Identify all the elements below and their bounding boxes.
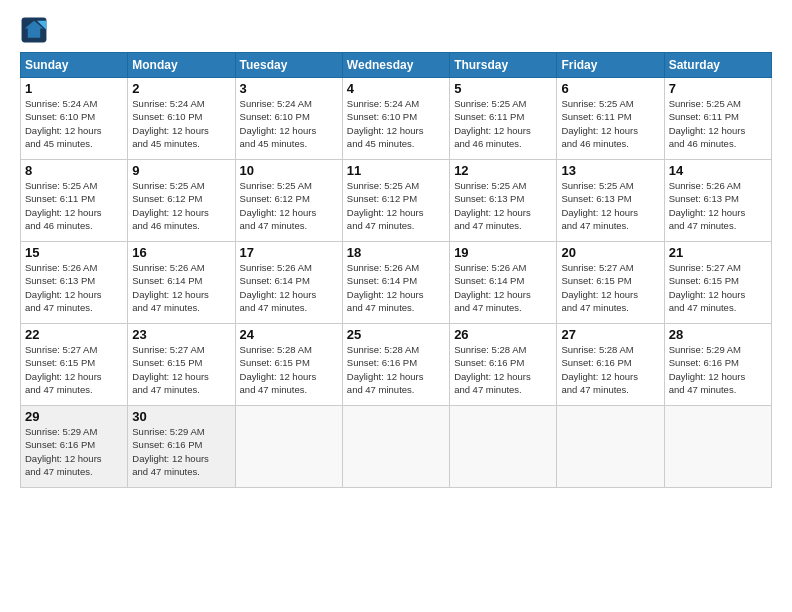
logo-icon bbox=[20, 16, 48, 44]
day-number: 15 bbox=[25, 245, 123, 260]
calendar-day-cell: 30Sunrise: 5:29 AM Sunset: 6:16 PM Dayli… bbox=[128, 406, 235, 488]
calendar-day-cell: 15Sunrise: 5:26 AM Sunset: 6:13 PM Dayli… bbox=[21, 242, 128, 324]
weekday-header-cell: Friday bbox=[557, 53, 664, 78]
day-number: 7 bbox=[669, 81, 767, 96]
day-number: 3 bbox=[240, 81, 338, 96]
calendar-day-cell: 4Sunrise: 5:24 AM Sunset: 6:10 PM Daylig… bbox=[342, 78, 449, 160]
calendar-week-row: 29Sunrise: 5:29 AM Sunset: 6:16 PM Dayli… bbox=[21, 406, 772, 488]
header bbox=[20, 16, 772, 44]
weekday-header: SundayMondayTuesdayWednesdayThursdayFrid… bbox=[21, 53, 772, 78]
day-number: 17 bbox=[240, 245, 338, 260]
calendar-day-cell: 16Sunrise: 5:26 AM Sunset: 6:14 PM Dayli… bbox=[128, 242, 235, 324]
calendar-day-cell: 27Sunrise: 5:28 AM Sunset: 6:16 PM Dayli… bbox=[557, 324, 664, 406]
day-number: 28 bbox=[669, 327, 767, 342]
calendar-day-cell bbox=[557, 406, 664, 488]
day-info: Sunrise: 5:24 AM Sunset: 6:10 PM Dayligh… bbox=[25, 97, 123, 150]
day-info: Sunrise: 5:25 AM Sunset: 6:12 PM Dayligh… bbox=[240, 179, 338, 232]
day-number: 23 bbox=[132, 327, 230, 342]
calendar-day-cell: 29Sunrise: 5:29 AM Sunset: 6:16 PM Dayli… bbox=[21, 406, 128, 488]
calendar-day-cell: 3Sunrise: 5:24 AM Sunset: 6:10 PM Daylig… bbox=[235, 78, 342, 160]
day-info: Sunrise: 5:29 AM Sunset: 6:16 PM Dayligh… bbox=[132, 425, 230, 478]
calendar-day-cell: 1Sunrise: 5:24 AM Sunset: 6:10 PM Daylig… bbox=[21, 78, 128, 160]
day-info: Sunrise: 5:28 AM Sunset: 6:15 PM Dayligh… bbox=[240, 343, 338, 396]
day-info: Sunrise: 5:27 AM Sunset: 6:15 PM Dayligh… bbox=[669, 261, 767, 314]
day-number: 1 bbox=[25, 81, 123, 96]
day-number: 9 bbox=[132, 163, 230, 178]
weekday-header-cell: Tuesday bbox=[235, 53, 342, 78]
calendar-day-cell bbox=[342, 406, 449, 488]
day-info: Sunrise: 5:28 AM Sunset: 6:16 PM Dayligh… bbox=[347, 343, 445, 396]
calendar-day-cell: 13Sunrise: 5:25 AM Sunset: 6:13 PM Dayli… bbox=[557, 160, 664, 242]
day-number: 29 bbox=[25, 409, 123, 424]
calendar-day-cell: 14Sunrise: 5:26 AM Sunset: 6:13 PM Dayli… bbox=[664, 160, 771, 242]
weekday-header-cell: Thursday bbox=[450, 53, 557, 78]
day-number: 19 bbox=[454, 245, 552, 260]
calendar-day-cell: 24Sunrise: 5:28 AM Sunset: 6:15 PM Dayli… bbox=[235, 324, 342, 406]
day-info: Sunrise: 5:26 AM Sunset: 6:13 PM Dayligh… bbox=[25, 261, 123, 314]
calendar-day-cell: 18Sunrise: 5:26 AM Sunset: 6:14 PM Dayli… bbox=[342, 242, 449, 324]
day-info: Sunrise: 5:25 AM Sunset: 6:12 PM Dayligh… bbox=[347, 179, 445, 232]
calendar-day-cell: 12Sunrise: 5:25 AM Sunset: 6:13 PM Dayli… bbox=[450, 160, 557, 242]
weekday-header-cell: Sunday bbox=[21, 53, 128, 78]
day-number: 16 bbox=[132, 245, 230, 260]
calendar-day-cell: 23Sunrise: 5:27 AM Sunset: 6:15 PM Dayli… bbox=[128, 324, 235, 406]
day-number: 11 bbox=[347, 163, 445, 178]
calendar-day-cell: 26Sunrise: 5:28 AM Sunset: 6:16 PM Dayli… bbox=[450, 324, 557, 406]
day-info: Sunrise: 5:24 AM Sunset: 6:10 PM Dayligh… bbox=[347, 97, 445, 150]
day-info: Sunrise: 5:25 AM Sunset: 6:11 PM Dayligh… bbox=[25, 179, 123, 232]
day-number: 26 bbox=[454, 327, 552, 342]
calendar-day-cell bbox=[664, 406, 771, 488]
calendar-day-cell: 5Sunrise: 5:25 AM Sunset: 6:11 PM Daylig… bbox=[450, 78, 557, 160]
calendar-body: 1Sunrise: 5:24 AM Sunset: 6:10 PM Daylig… bbox=[21, 78, 772, 488]
calendar-day-cell bbox=[450, 406, 557, 488]
day-number: 21 bbox=[669, 245, 767, 260]
day-info: Sunrise: 5:26 AM Sunset: 6:14 PM Dayligh… bbox=[347, 261, 445, 314]
calendar-day-cell bbox=[235, 406, 342, 488]
day-info: Sunrise: 5:25 AM Sunset: 6:11 PM Dayligh… bbox=[454, 97, 552, 150]
day-info: Sunrise: 5:26 AM Sunset: 6:14 PM Dayligh… bbox=[240, 261, 338, 314]
day-number: 22 bbox=[25, 327, 123, 342]
day-number: 5 bbox=[454, 81, 552, 96]
calendar-week-row: 15Sunrise: 5:26 AM Sunset: 6:13 PM Dayli… bbox=[21, 242, 772, 324]
day-number: 25 bbox=[347, 327, 445, 342]
calendar-day-cell: 9Sunrise: 5:25 AM Sunset: 6:12 PM Daylig… bbox=[128, 160, 235, 242]
day-number: 10 bbox=[240, 163, 338, 178]
calendar-week-row: 22Sunrise: 5:27 AM Sunset: 6:15 PM Dayli… bbox=[21, 324, 772, 406]
calendar-day-cell: 21Sunrise: 5:27 AM Sunset: 6:15 PM Dayli… bbox=[664, 242, 771, 324]
day-info: Sunrise: 5:25 AM Sunset: 6:13 PM Dayligh… bbox=[454, 179, 552, 232]
calendar-day-cell: 22Sunrise: 5:27 AM Sunset: 6:15 PM Dayli… bbox=[21, 324, 128, 406]
day-info: Sunrise: 5:25 AM Sunset: 6:12 PM Dayligh… bbox=[132, 179, 230, 232]
day-number: 14 bbox=[669, 163, 767, 178]
day-number: 4 bbox=[347, 81, 445, 96]
day-info: Sunrise: 5:26 AM Sunset: 6:14 PM Dayligh… bbox=[132, 261, 230, 314]
day-info: Sunrise: 5:28 AM Sunset: 6:16 PM Dayligh… bbox=[454, 343, 552, 396]
day-info: Sunrise: 5:27 AM Sunset: 6:15 PM Dayligh… bbox=[25, 343, 123, 396]
day-info: Sunrise: 5:29 AM Sunset: 6:16 PM Dayligh… bbox=[25, 425, 123, 478]
day-info: Sunrise: 5:26 AM Sunset: 6:14 PM Dayligh… bbox=[454, 261, 552, 314]
page: SundayMondayTuesdayWednesdayThursdayFrid… bbox=[0, 0, 792, 498]
day-number: 13 bbox=[561, 163, 659, 178]
calendar-week-row: 8Sunrise: 5:25 AM Sunset: 6:11 PM Daylig… bbox=[21, 160, 772, 242]
calendar: SundayMondayTuesdayWednesdayThursdayFrid… bbox=[20, 52, 772, 488]
calendar-day-cell: 28Sunrise: 5:29 AM Sunset: 6:16 PM Dayli… bbox=[664, 324, 771, 406]
calendar-week-row: 1Sunrise: 5:24 AM Sunset: 6:10 PM Daylig… bbox=[21, 78, 772, 160]
day-number: 24 bbox=[240, 327, 338, 342]
day-number: 12 bbox=[454, 163, 552, 178]
calendar-day-cell: 19Sunrise: 5:26 AM Sunset: 6:14 PM Dayli… bbox=[450, 242, 557, 324]
day-info: Sunrise: 5:29 AM Sunset: 6:16 PM Dayligh… bbox=[669, 343, 767, 396]
day-info: Sunrise: 5:25 AM Sunset: 6:11 PM Dayligh… bbox=[561, 97, 659, 150]
calendar-day-cell: 17Sunrise: 5:26 AM Sunset: 6:14 PM Dayli… bbox=[235, 242, 342, 324]
day-number: 6 bbox=[561, 81, 659, 96]
weekday-header-cell: Wednesday bbox=[342, 53, 449, 78]
day-info: Sunrise: 5:24 AM Sunset: 6:10 PM Dayligh… bbox=[132, 97, 230, 150]
day-info: Sunrise: 5:25 AM Sunset: 6:11 PM Dayligh… bbox=[669, 97, 767, 150]
day-info: Sunrise: 5:27 AM Sunset: 6:15 PM Dayligh… bbox=[561, 261, 659, 314]
day-info: Sunrise: 5:24 AM Sunset: 6:10 PM Dayligh… bbox=[240, 97, 338, 150]
calendar-day-cell: 11Sunrise: 5:25 AM Sunset: 6:12 PM Dayli… bbox=[342, 160, 449, 242]
day-info: Sunrise: 5:26 AM Sunset: 6:13 PM Dayligh… bbox=[669, 179, 767, 232]
day-number: 2 bbox=[132, 81, 230, 96]
day-number: 8 bbox=[25, 163, 123, 178]
calendar-day-cell: 10Sunrise: 5:25 AM Sunset: 6:12 PM Dayli… bbox=[235, 160, 342, 242]
day-info: Sunrise: 5:25 AM Sunset: 6:13 PM Dayligh… bbox=[561, 179, 659, 232]
calendar-day-cell: 6Sunrise: 5:25 AM Sunset: 6:11 PM Daylig… bbox=[557, 78, 664, 160]
